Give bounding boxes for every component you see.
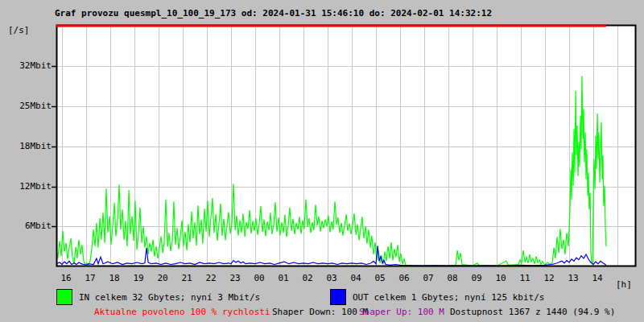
x-axis-tick-label: 10 bbox=[490, 274, 511, 283]
y-axis-tick-label: 18Mbit bbox=[0, 142, 52, 151]
x-axis-tick-label: 19 bbox=[128, 274, 149, 283]
allowed-speed-text: Aktualne povoleno 100 % rychlosti bbox=[94, 307, 270, 317]
x-axis-tick-label: 03 bbox=[321, 274, 342, 283]
x-axis-tick-label: 00 bbox=[249, 274, 270, 283]
x-axis-tick-label: 20 bbox=[152, 274, 173, 283]
x-axis-tick-label: 05 bbox=[369, 274, 390, 283]
x-axis-tick-label: 02 bbox=[297, 274, 318, 283]
y-axis-tick-label: 32Mbit bbox=[0, 61, 52, 71]
x-axis-tick-label: 23 bbox=[225, 274, 246, 283]
x-axis-tick-label: 13 bbox=[563, 274, 584, 283]
y-tick-marks bbox=[52, 67, 56, 227]
shaper-down-text: Shaper Down: 100 M bbox=[272, 307, 368, 317]
x-axis-tick-label: 04 bbox=[345, 274, 366, 283]
x-axis-tick-label: 18 bbox=[104, 274, 125, 283]
y-axis-tick-label: 12Mbit bbox=[0, 182, 52, 192]
in-legend-swatch bbox=[56, 289, 72, 305]
x-axis-tick-label: 21 bbox=[176, 274, 197, 283]
x-axis-tick-label: 17 bbox=[80, 274, 101, 283]
traffic-graph-page: { "title": "Graf provozu quesmpl_10_100_… bbox=[0, 0, 644, 322]
x-axis-tick-label: 14 bbox=[587, 274, 608, 283]
availability-text: Dostupnost 1367 z 1440 (94.9 %) bbox=[450, 307, 615, 317]
x-axis-tick-label: 11 bbox=[514, 274, 535, 283]
x-axis-tick-label: 16 bbox=[56, 274, 76, 283]
y-axis-unit-label: [/s] bbox=[8, 25, 30, 35]
out-legend-swatch bbox=[330, 289, 346, 305]
out-legend-label: OUT celkem 1 Gbytes; nyní 125 kbit/s bbox=[353, 292, 544, 303]
x-axis-tick-label: 22 bbox=[200, 274, 221, 283]
x-axis-tick-label: 09 bbox=[466, 274, 487, 283]
y-axis-tick-label: 25Mbit bbox=[0, 101, 52, 111]
legend: IN celkem 32 Gbytes; nyní 3 Mbit/s OUT c… bbox=[0, 289, 644, 305]
in-legend-label: IN celkem 32 Gbytes; nyní 3 Mbit/s bbox=[79, 292, 260, 303]
x-axis-tick-label: 12 bbox=[539, 274, 559, 283]
graph-title: Graf provozu quesmpl_10_100_19_173 od: 2… bbox=[55, 8, 492, 19]
y-axis-tick-label: 6Mbit bbox=[0, 221, 52, 231]
x-axis-tick-label: 06 bbox=[394, 274, 415, 283]
x-axis-tick-label: 01 bbox=[273, 274, 294, 283]
x-axis-tick-label: 07 bbox=[418, 274, 439, 283]
shaper-up-text: Shaper Up: 100 M bbox=[359, 307, 444, 317]
x-axis-tick-label: 08 bbox=[442, 274, 463, 283]
